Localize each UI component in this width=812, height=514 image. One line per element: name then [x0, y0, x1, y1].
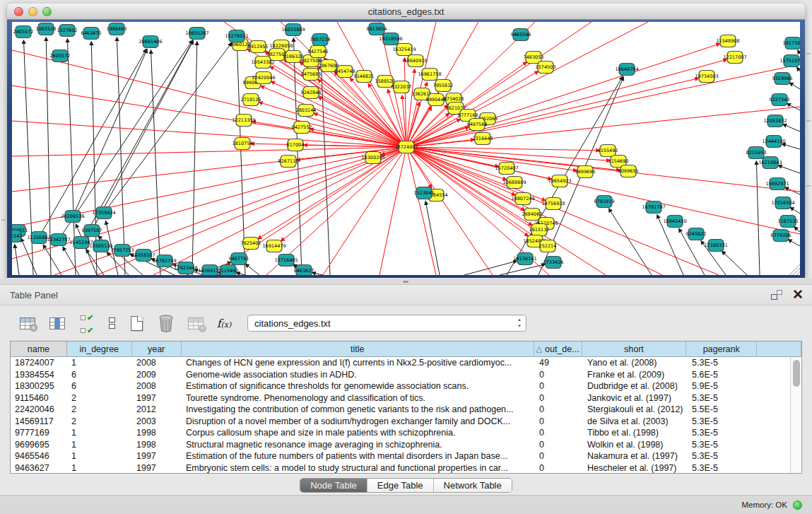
graph-node[interactable]: 9497568 [467, 119, 488, 131]
graph-node[interactable]: 12217007 [723, 52, 746, 64]
graph-node[interactable]: 19654923 [548, 175, 571, 187]
graph-node[interactable]: 16961758 [418, 69, 441, 81]
table-cell[interactable]: 5.9E-5 [688, 380, 758, 392]
table-cell[interactable]: Investigating the contribution of common… [182, 404, 535, 416]
network-canvas[interactable]: 1872400789601238912955182260589827503818… [12, 22, 800, 275]
graph-node[interactable]: 1817304 [783, 37, 800, 49]
graph-node[interactable]: 1574503 [536, 62, 556, 74]
table-cell[interactable]: 1997 [132, 450, 182, 462]
graph-node[interactable]: 9227343 [770, 94, 790, 106]
graph-node[interactable]: 8791919 [594, 196, 615, 208]
table-cell[interactable]: 2 [67, 392, 132, 404]
graph-node[interactable]: 7857224 [310, 34, 331, 46]
table-cell[interactable]: 2 [67, 416, 132, 428]
graph-node[interactable]: 8427552 [292, 122, 312, 134]
delete-column-button[interactable] [155, 313, 177, 333]
graph-node[interactable]: 10655287 [185, 28, 208, 40]
graph-node[interactable]: 20206536 [61, 211, 84, 223]
vertical-scrollbar[interactable] [790, 357, 801, 474]
graph-node[interactable]: 15751074 [779, 55, 800, 67]
column-header-out_de[interactable]: △out_de... [534, 341, 582, 357]
table-cell[interactable]: 2008 [132, 357, 182, 369]
column-header-year[interactable]: year [132, 341, 182, 357]
table-cell[interactable]: Jankovic et al. (1997) [583, 392, 688, 404]
table-cell[interactable]: 5.3E-5 [688, 427, 758, 439]
graph-node[interactable]: 1513845 [414, 187, 435, 199]
graph-node[interactable]: 8099655 [618, 165, 639, 177]
graph-node[interactable]: 8322037 [392, 81, 412, 93]
graph-node[interactable]: 9397587 [82, 225, 102, 237]
graph-node[interactable]: 16791797 [642, 201, 665, 214]
table-cell[interactable]: 0 [535, 439, 583, 451]
graph-node[interactable]: 1615132 [529, 224, 550, 236]
graph-node[interactable]: 12923448 [174, 262, 197, 274]
graph-node[interactable]: 11548908 [716, 35, 739, 47]
table-cell[interactable]: 0 [535, 450, 583, 462]
table-cell[interactable]: 14569117 [11, 416, 67, 428]
graph-node[interactable]: 8427546 [308, 46, 329, 58]
graph-node[interactable]: 9115460 [218, 265, 239, 276]
table-row[interactable]: 1938455462009Genome-wide association stu… [11, 369, 801, 381]
table-cell[interactable]: Estimation of the future numbers of pati… [182, 450, 535, 462]
graph-node[interactable]: 14136141 [513, 253, 536, 265]
table-cell[interactable]: 1997 [132, 392, 182, 404]
graph-node[interactable]: 7625402 [241, 238, 261, 250]
select-columns-button[interactable] [47, 313, 68, 333]
table-cell[interactable]: 9115460 [11, 392, 67, 404]
table-cell[interactable]: Tourette syndrome. Phenomenology and cla… [182, 392, 535, 404]
graph-node[interactable]: 12444150 [762, 136, 785, 148]
table-cell[interactable]: 2012 [132, 404, 182, 416]
table-cell[interactable]: 6 [67, 380, 132, 392]
table-cell[interactable]: Structural magnetic resonance image aver… [182, 439, 535, 451]
graph-node[interactable]: 20691406 [139, 36, 162, 48]
graph-node[interactable]: 9465546 [511, 29, 531, 41]
column-header-short[interactable]: short [582, 341, 687, 357]
graph-node[interactable]: 7955812 [433, 80, 454, 92]
table-mode-button[interactable] [17, 313, 38, 333]
table-cell[interactable]: 5.3E-5 [688, 450, 758, 462]
graph-node[interactable]: 9457791 [229, 253, 249, 265]
table-row[interactable]: 946362711997Embryonic stem cells: a mode… [11, 462, 801, 474]
table-cell[interactable]: Corpus callosum shape and size in male p… [182, 427, 535, 439]
graph-node[interactable]: 8813054 [367, 23, 387, 35]
graph-node[interactable]: 9463627 [294, 265, 314, 276]
graph-node[interactable]: 8454749 [335, 66, 355, 78]
graph-node[interactable]: 9146821 [354, 71, 375, 83]
table-row[interactable]: 969969511998Structural magnetic resonanc… [11, 439, 801, 451]
graph-node[interactable]: 9699695 [575, 166, 596, 178]
graph-node[interactable]: 2718126 [241, 94, 261, 106]
graph-node[interactable]: 1986463 [107, 23, 127, 35]
column-header-in_degree[interactable]: in_degree [67, 341, 132, 357]
table-cell[interactable]: 0 [535, 404, 583, 416]
float-panel-icon[interactable] [771, 290, 782, 300]
table-cell[interactable]: 1 [67, 357, 132, 369]
table-cell[interactable]: 0 [535, 369, 583, 381]
table-cell[interactable]: 1997 [132, 462, 182, 474]
table-cell[interactable]: 2 [67, 404, 132, 416]
tab-node-table[interactable]: Node Table [300, 479, 367, 492]
graph-node[interactable]: 2803144 [296, 105, 317, 117]
graph-node[interactable]: 16648784 [615, 64, 638, 76]
table-cell[interactable]: 1 [67, 450, 132, 462]
graph-node[interactable]: 9245022 [686, 228, 707, 240]
table-cell[interactable]: Stergiakouli et al. (2012) [583, 404, 688, 416]
table-row[interactable]: 911546021997Tourette syndrome. Phenomeno… [11, 392, 801, 404]
graph-node[interactable]: 1810754 [233, 138, 253, 150]
column-checklist-button[interactable]: ✔ ✔ [76, 313, 98, 333]
graph-node[interactable]: 12213359 [232, 115, 255, 127]
table-cell[interactable]: 22420046 [11, 404, 67, 416]
graph-node[interactable]: 16325419 [392, 44, 416, 56]
table-row[interactable]: 946554611997Estimation of the future num… [11, 450, 801, 462]
window-titlebar[interactable]: citations_edges.txt [7, 4, 805, 20]
column-header-title[interactable]: title [182, 341, 534, 357]
horizontal-splitter[interactable] [0, 279, 812, 285]
import-table-button[interactable]: × [185, 313, 206, 333]
table-cell[interactable]: 19384554 [11, 369, 67, 381]
table-cell[interactable]: Nakamura et al. (1997) [583, 450, 688, 462]
table-cell[interactable]: 18300295 [11, 380, 67, 392]
table-cell[interactable]: de Silva et al. (2003) [583, 416, 688, 428]
table-cell[interactable]: 2008 [132, 380, 182, 392]
table-cell[interactable]: 1 [67, 439, 132, 451]
column-header-pagerank[interactable]: pagerank [686, 341, 757, 357]
scrollbar-thumb[interactable] [793, 360, 800, 387]
